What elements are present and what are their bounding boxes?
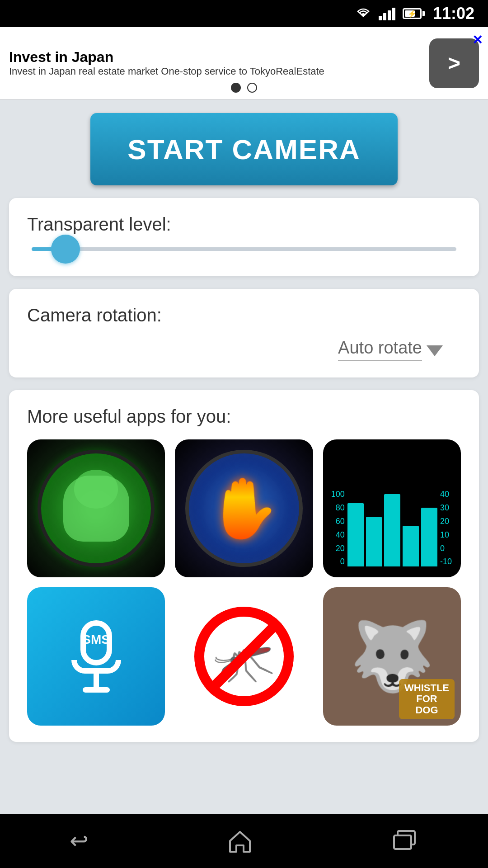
app-icon-thermal[interactable]: ✋ (175, 439, 313, 577)
back-icon: ↩ (70, 828, 89, 854)
mosquito-no-symbol: 🦟 (189, 601, 299, 712)
slider-thumb[interactable] (51, 235, 80, 264)
start-camera-button[interactable]: START CAMERA (90, 113, 398, 185)
thermal-circle: ✋ (185, 450, 303, 567)
ad-dot-1 (231, 83, 241, 93)
mic-base (83, 687, 110, 693)
app-icon-sms[interactable]: SMS (27, 587, 165, 725)
status-bar: ⚡ 11:02 (0, 0, 488, 27)
camera-rotation-title: Camera rotation: (27, 305, 461, 326)
main-content: START CAMERA Transparent level: Camera r… (0, 99, 488, 751)
ad-text-area: Invest in Japan Invest in Japan real est… (9, 49, 420, 77)
transparent-level-card: Transparent level: (9, 198, 479, 276)
rotation-dropdown-arrow (427, 345, 443, 356)
app-icon-chart[interactable]: 100806040200 403020100-10 (323, 439, 461, 577)
ad-arrow-icon: > (448, 51, 460, 75)
app-icon-night-vision[interactable] (27, 439, 165, 577)
ad-close-button[interactable]: ✕ (472, 33, 483, 47)
ad-title: Invest in Japan (9, 49, 420, 66)
sms-content: SMS (27, 587, 165, 725)
wifi-icon (355, 6, 371, 21)
ad-arrow-button[interactable]: > (429, 38, 479, 88)
ad-subtitle: Invest in Japan real estate market One-s… (9, 66, 420, 77)
rotation-value: Auto rotate (338, 338, 422, 361)
y-axis-right: 403020100-10 (440, 490, 453, 566)
night-vision-circle (38, 450, 155, 567)
app-icon-dog-whistle[interactable]: 🐺 WHISTLEFORDOG (323, 587, 461, 725)
ad-dot-2 (247, 83, 257, 93)
home-icon (227, 829, 253, 853)
mic-body: SMS (80, 620, 112, 665)
ad-banner: Invest in Japan Invest in Japan real est… (0, 27, 488, 99)
apps-grid: ✋ 100806040200 (27, 439, 461, 726)
camera-rotation-card: Camera rotation: Auto rotate (9, 289, 479, 377)
app-icon-mosquito[interactable]: 🦟 (175, 587, 313, 725)
status-icons: ⚡ (355, 6, 425, 21)
more-apps-card: More useful apps for you: ✋ (9, 390, 479, 742)
ad-dots (231, 83, 257, 93)
rotation-selector[interactable]: Auto rotate (27, 338, 461, 361)
nav-bar: ↩ (0, 814, 488, 868)
transparent-level-title: Transparent level: (27, 214, 461, 235)
mic-stand-pole (94, 674, 99, 687)
more-apps-title: More useful apps for you: (27, 406, 461, 427)
recents-icon (391, 829, 418, 853)
status-time: 11:02 (433, 4, 474, 23)
start-camera-label: START CAMERA (127, 133, 360, 165)
y-axis-left: 100806040200 (331, 490, 345, 566)
nv-face (63, 476, 129, 542)
nav-recents-button[interactable] (391, 829, 418, 853)
nav-back-button[interactable]: ↩ (70, 828, 89, 854)
dog-whistle-label: WHISTLEFORDOG (399, 679, 455, 719)
nav-home-button[interactable] (227, 829, 253, 853)
chart-bars-container: 100806040200 403020100-10 (329, 446, 455, 571)
slider-track[interactable] (32, 247, 456, 251)
chart-bars (347, 490, 437, 566)
svg-rect-1 (394, 835, 411, 849)
battery-icon: ⚡ (403, 8, 425, 19)
signal-icon (379, 7, 395, 20)
thermal-hand-icon: ✋ (207, 474, 281, 543)
